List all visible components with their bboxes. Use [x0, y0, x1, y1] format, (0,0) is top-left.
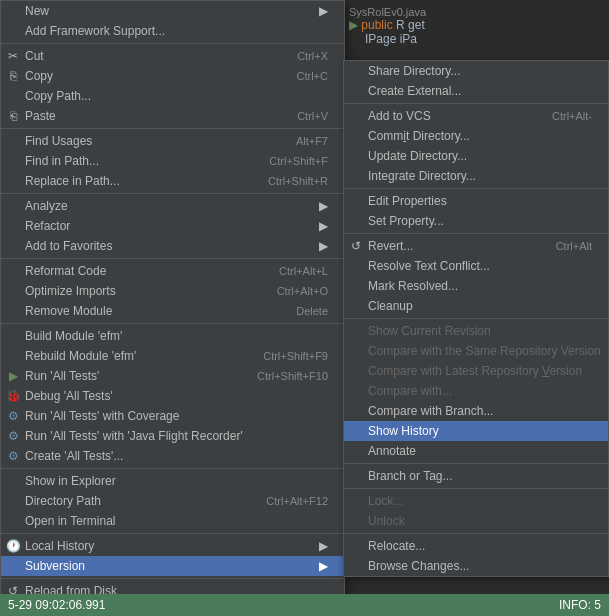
reformat-shortcut: Ctrl+Alt+L: [255, 265, 328, 277]
menu-item-run-jfr[interactable]: ⚙ Run 'All Tests' with 'Java Flight Reco…: [1, 426, 344, 446]
left-context-menu: New ▶ Add Framework Support... ✂ Cut Ctr…: [0, 0, 345, 602]
menu-item-show-current-revision: Show Current Revision: [344, 321, 608, 341]
menu-item-local-history[interactable]: 🕐 Local History ▶: [1, 536, 344, 556]
menu-item-compare-same-repo-label: Compare with the Same Repository Version: [368, 344, 601, 358]
menu-item-refactor-label: Refactor: [25, 219, 70, 233]
menu-item-copy[interactable]: ⎘ Copy Ctrl+C: [1, 66, 344, 86]
menu-item-find-in-path[interactable]: Find in Path... Ctrl+Shift+F: [1, 151, 344, 171]
menu-item-set-property[interactable]: Set Property...: [344, 211, 608, 231]
separator: [344, 233, 608, 234]
menu-item-browse-changes-label: Browse Changes...: [368, 559, 469, 573]
menu-item-resolve-text-conflict[interactable]: Resolve Text Conflict...: [344, 256, 608, 276]
menu-item-integrate-directory[interactable]: Integrate Directory...: [344, 166, 608, 186]
rebuild-module-shortcut: Ctrl+Shift+F9: [239, 350, 328, 362]
menu-item-copy-path[interactable]: Copy Path...: [1, 86, 344, 106]
menu-item-run-all-tests[interactable]: ▶ Run 'All Tests' Ctrl+Shift+F10: [1, 366, 344, 386]
menu-item-cut[interactable]: ✂ Cut Ctrl+X: [1, 46, 344, 66]
menu-item-browse-changes[interactable]: Browse Changes...: [344, 556, 608, 576]
menu-item-update-directory[interactable]: Update Directory...: [344, 146, 608, 166]
menu-item-compare-with: Compare with...: [344, 381, 608, 401]
menu-item-relocate[interactable]: Relocate...: [344, 536, 608, 556]
menu-item-add-to-vcs[interactable]: Add to VCS Ctrl+Alt-: [344, 106, 608, 126]
separator: [344, 463, 608, 464]
menu-item-compare-latest-repo: Compare with Latest Repository Version: [344, 361, 608, 381]
menu-item-build-module[interactable]: Build Module 'efm': [1, 326, 344, 346]
menu-item-add-favorites[interactable]: Add to Favorites ▶: [1, 236, 344, 256]
menu-item-annotate-label: Annotate: [368, 444, 416, 458]
create-tests-icon: ⚙: [5, 449, 21, 463]
menu-item-show-history-label: Show History: [368, 424, 439, 438]
menu-item-compare-with-branch[interactable]: Compare with Branch...: [344, 401, 608, 421]
menu-item-cleanup[interactable]: Cleanup: [344, 296, 608, 316]
menu-item-rebuild-module-label: Rebuild Module 'efm': [25, 349, 136, 363]
menu-item-paste[interactable]: ⎗ Paste Ctrl+V: [1, 106, 344, 126]
menu-item-analyze[interactable]: Analyze ▶: [1, 196, 344, 216]
menu-item-directory-path[interactable]: Directory Path Ctrl+Alt+F12: [1, 491, 344, 511]
status-info: INFO: 5: [559, 598, 601, 612]
separator: [1, 323, 344, 324]
menu-item-subversion[interactable]: Subversion ▶: [1, 556, 344, 576]
menu-item-run-all-tests-label: Run 'All Tests': [25, 369, 99, 383]
menu-item-edit-properties[interactable]: Edit Properties: [344, 191, 608, 211]
menu-item-find-usages[interactable]: Find Usages Alt+F7: [1, 131, 344, 151]
run-icon: ▶: [5, 369, 21, 383]
menu-item-edit-properties-label: Edit Properties: [368, 194, 447, 208]
revert-icon: ↺: [348, 239, 364, 253]
menu-item-update-directory-label: Update Directory...: [368, 149, 467, 163]
menu-item-find-in-path-label: Find in Path...: [25, 154, 99, 168]
menu-item-mark-resolved[interactable]: Mark Resolved...: [344, 276, 608, 296]
menu-item-show-explorer[interactable]: Show in Explorer: [1, 471, 344, 491]
menu-item-run-coverage[interactable]: ⚙ Run 'All Tests' with Coverage: [1, 406, 344, 426]
menu-item-lock: Lock...: [344, 491, 608, 511]
menu-item-subversion-label: Subversion: [25, 559, 85, 573]
submenu-arrow: ▶: [303, 239, 328, 253]
cut-shortcut: Ctrl+X: [273, 50, 328, 62]
menu-item-cut-label: Cut: [25, 49, 44, 63]
submenu-arrow: ▶: [303, 199, 328, 213]
coverage-icon: ⚙: [5, 409, 21, 423]
menu-item-new[interactable]: New ▶: [1, 1, 344, 21]
menu-item-show-history[interactable]: Show History: [344, 421, 608, 441]
menu-item-copy-path-label: Copy Path...: [25, 89, 91, 103]
menu-item-add-favorites-label: Add to Favorites: [25, 239, 112, 253]
separator: [1, 128, 344, 129]
separator: [1, 258, 344, 259]
separator: [1, 533, 344, 534]
menu-item-create-external[interactable]: Create External...: [344, 81, 608, 101]
menu-item-revert[interactable]: ↺ Revert... Ctrl+Alt: [344, 236, 608, 256]
menu-item-debug-all-tests[interactable]: 🐞 Debug 'All Tests': [1, 386, 344, 406]
menu-item-reformat-code[interactable]: Reformat Code Ctrl+Alt+L: [1, 261, 344, 281]
separator: [344, 488, 608, 489]
menu-item-rebuild-module[interactable]: Rebuild Module 'efm' Ctrl+Shift+F9: [1, 346, 344, 366]
paste-icon: ⎗: [5, 109, 21, 123]
menu-item-branch-or-tag-label: Branch or Tag...: [368, 469, 453, 483]
menu-item-local-history-label: Local History: [25, 539, 94, 553]
right-context-menu: Share Directory... Create External... Ad…: [343, 60, 609, 577]
menu-item-resolve-text-conflict-label: Resolve Text Conflict...: [368, 259, 490, 273]
menu-item-branch-or-tag[interactable]: Branch or Tag...: [344, 466, 608, 486]
submenu-arrow: ▶: [303, 539, 328, 553]
menu-item-open-terminal-label: Open in Terminal: [25, 514, 116, 528]
separator: [344, 533, 608, 534]
menu-item-open-terminal[interactable]: Open in Terminal: [1, 511, 344, 531]
menu-item-compare-latest-repo-label: Compare with Latest Repository Version: [368, 364, 582, 378]
menu-item-show-current-revision-label: Show Current Revision: [368, 324, 491, 338]
separator: [344, 318, 608, 319]
menu-item-share-directory-label: Share Directory...: [368, 64, 460, 78]
menu-item-optimize-imports[interactable]: Optimize Imports Ctrl+Alt+O: [1, 281, 344, 301]
menu-item-refactor[interactable]: Refactor ▶: [1, 216, 344, 236]
menu-item-integrate-directory-label: Integrate Directory...: [368, 169, 476, 183]
menu-item-create-all-tests[interactable]: ⚙ Create 'All Tests'...: [1, 446, 344, 466]
separator: [1, 468, 344, 469]
menu-item-annotate[interactable]: Annotate: [344, 441, 608, 461]
menu-item-add-framework[interactable]: Add Framework Support...: [1, 21, 344, 41]
commit-underline-i: i: [403, 129, 406, 143]
add-to-vcs-shortcut: Ctrl+Alt-: [528, 110, 592, 122]
menu-item-replace-in-path[interactable]: Replace in Path... Ctrl+Shift+R: [1, 171, 344, 191]
separator: [1, 578, 344, 579]
menu-item-remove-module[interactable]: Remove Module Delete: [1, 301, 344, 321]
menu-item-commit-directory[interactable]: Commit Directory...: [344, 126, 608, 146]
menu-item-share-directory[interactable]: Share Directory...: [344, 61, 608, 81]
menu-item-mark-resolved-label: Mark Resolved...: [368, 279, 458, 293]
menu-item-run-coverage-label: Run 'All Tests' with Coverage: [25, 409, 179, 423]
